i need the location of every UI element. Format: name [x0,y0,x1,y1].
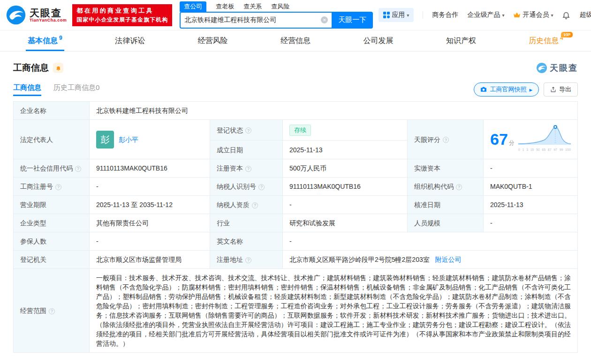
table-row: 企业类型 其他有限责任公司 行业 研究和试验发展 人员规模 - [14,214,578,232]
nav-divider [423,11,423,19]
search-tab-boss[interactable]: 查老板 [216,2,234,12]
legal-rep-link[interactable]: 彭小平 [119,135,138,144]
nav-cooperation[interactable]: 商务合作 [432,11,458,19]
score-axis: 013155065879799100 [518,145,571,155]
brand-name: 天眼查 [30,7,67,18]
field-label: 成立日期 [210,141,283,159]
table-row: 参保人数 - 英文名称 - [14,232,578,251]
field-label: 人员规模 [408,214,484,232]
search-tabs: 查公司 查老板 查关系 查风险 [180,2,373,12]
field-label: 注册资本? [210,159,283,178]
score-cell: 67分 013155065879799100 [484,120,578,159]
status-badge: 存续 [289,125,311,136]
field-label: 工商注册号? [14,178,90,196]
field-label: 营业期限 [14,196,90,214]
clear-search-icon[interactable]: ✕ [321,16,328,23]
search-tab-relation[interactable]: 查关系 [243,2,262,12]
company-type-value: 其他有限责任公司 [90,214,210,232]
top-nav: 应用 ▾ 商务合作 企业级产品 ▾ 开通会员 ▾ 超级风 [379,8,591,22]
field-label: 登记状态? [210,120,283,141]
credit-code-value: 91110113MAK0QUTB16 [90,159,210,178]
help-icon[interactable]: ? [252,202,258,208]
org-code-value: MAK0QUTB-1 [484,178,578,196]
section-title: 工商信息 [13,62,49,74]
help-icon[interactable]: ? [443,137,449,143]
nav-enterprise-products[interactable]: 企业级产品 ▾ [467,11,504,19]
table-row: 法定代表人 彭 彭小平 登记状态? 存续 天眼评分? 67分 [14,120,578,141]
official-snapshot-button[interactable]: 工商官网快照 ▸ [474,82,539,97]
table-row: 企业名称 北京铁科建维工程科技有限公司 [14,102,578,120]
tab-legal-litigation[interactable]: 法律诉讼 [113,30,147,51]
subtab-business-info[interactable]: 工商信息 [13,83,41,96]
field-label: 注册地址? [210,251,283,269]
staff-size-value: - [484,214,578,232]
help-icon[interactable]: ? [245,257,251,263]
tab-intellectual-property[interactable]: 知识产权 [444,30,478,51]
table-row: 统一社会信用代码? 91110113MAK0QUTB16 注册资本? 500万人… [14,159,578,178]
reg-number-value: - [90,178,210,196]
taxpayer-quality-value: - [283,196,408,214]
search-tab-company[interactable]: 查公司 [180,1,206,12]
subtab-history-business-info[interactable]: 历史工商信息0 [53,83,99,96]
establish-date-value: 2025-11-13 [283,141,408,159]
search-input[interactable] [184,16,321,24]
search-button[interactable]: 天眼一下 [332,12,373,29]
monitor-bell-icon[interactable] [53,63,63,73]
taxpayer-id-value: 91110113MAK0QUTB16 [283,178,408,196]
field-label: 企业类型 [14,214,90,232]
approval-date-value: 2025-11-13 [484,196,578,214]
nav-super-risk[interactable]: 超级风 [579,11,591,19]
table-row: 登记机关 北京市顺义区市场监督管理局 注册地址? 北京市顺义区顺平路沙岭段甲2号… [14,251,578,269]
chevron-down-icon: ▾ [407,13,409,18]
tab-count: 9 [59,35,62,41]
promo-banner: 都在用的商业查询工具 国家中小企业发展子基金旗下机构 [72,4,172,26]
table-row: 经营范围? 一般项目：技术服务、技术开发、技术咨询、技术交流、技术转让、技术推广… [14,269,578,353]
help-icon[interactable]: ? [245,127,251,134]
field-label: 登记机关 [14,251,90,269]
tab-company-development[interactable]: 公司发展 [361,30,395,51]
bell-icon [562,11,570,19]
reg-authority-value: 北京市顺义区市场监督管理局 [90,251,210,269]
field-label: 经营范围? [14,269,90,353]
field-label: 统一社会信用代码? [14,159,90,178]
help-icon[interactable]: ? [55,184,61,190]
legal-rep-avatar[interactable]: 彭 [96,131,114,149]
top-header: 天眼查 TianYanCha.com 都在用的商业查询工具 国家中小企业发展子基… [0,0,591,30]
help-icon[interactable]: ? [49,308,55,314]
nav-membership[interactable]: 开通会员 ▾ [513,11,553,19]
nav-apps[interactable]: 应用 ▾ [379,8,414,22]
chevron-down-icon: ▾ [551,13,553,18]
tab-operating-info[interactable]: 经营信息 [279,30,312,51]
vip-badge: VIP [561,32,573,37]
search-tab-risk[interactable]: 查风险 [271,2,289,12]
help-icon[interactable]: ? [258,184,265,190]
field-label: 纳税人资质? [210,196,283,214]
help-icon[interactable]: ? [456,184,462,190]
field-label: 核准日期 [408,196,484,214]
business-scope-value: 一般项目：技术服务、技术开发、技术咨询、技术交流、技术转让、技术推广；建筑材料销… [90,269,578,353]
score-value: 67分 [490,131,515,148]
tab-operating-risk[interactable]: 经营风险 [196,30,230,51]
reg-address-cell: 北京市顺义区顺平路沙岭段甲2号院5幢2层203室 附近公司 [283,251,578,269]
table-row: 工商注册号? - 纳税人识别号? 91110113MAK0QUTB16 组织机构… [14,178,578,196]
field-label: 法定代表人 [14,120,90,159]
brand-logo[interactable]: 天眼查 TianYanCha.com [6,5,67,25]
chevron-right-icon: ▸ [529,86,532,93]
nav-notifications[interactable] [562,11,570,19]
help-icon[interactable]: ? [245,166,251,172]
tab-basic-info[interactable]: 基本信息 9 [26,30,64,51]
help-icon[interactable]: ? [75,166,81,172]
legal-rep-cell: 彭 彭小平 [90,120,210,159]
camera-icon [480,87,487,92]
apps-grid-icon [383,12,390,18]
export-button[interactable]: 导出 [544,82,578,97]
tab-history-info[interactable]: 历史信息 4 VIP [527,30,565,51]
main-content: 工商信息 天眼查 工商信息 历史工商信息0 工商官网快照 [0,62,591,353]
nearby-companies-link[interactable]: 附近公司 [435,256,462,263]
field-label: 天眼评分? [408,120,484,159]
tianyancha-logo-icon [536,62,547,74]
field-label: 实缴资本 [408,159,484,178]
export-icon [550,87,556,93]
field-label: 英文名称 [210,232,283,251]
tianyancha-logo-icon [6,5,26,25]
